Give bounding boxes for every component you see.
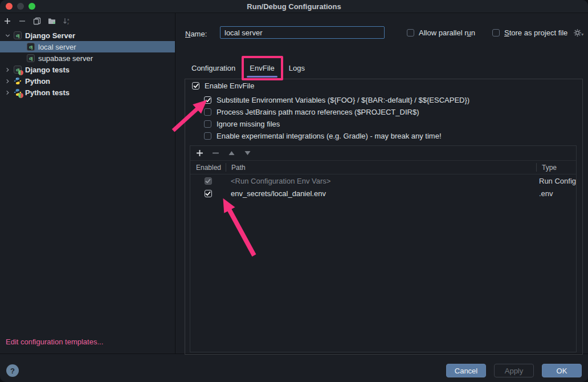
store-options-gear-icon[interactable]: ▾ [573,29,583,37]
window-controls [6,3,35,10]
ignore-missing-files-label: Ignore missing files [217,120,280,128]
checkbox-icon[interactable] [492,29,500,36]
checkbox-icon[interactable] [205,190,212,197]
configuration-editor: Name: Allow parallel run Store as projec… [175,13,588,353]
close-window-button[interactable] [6,3,13,10]
chevron-right-icon[interactable] [3,76,12,86]
name-label: Name: [185,30,207,38]
sidebar-item-python[interactable]: Python [0,75,175,87]
sidebar-item-supabase-server[interactable]: dj supabase server [0,52,175,64]
sidebar-item-python-tests[interactable]: Python tests [0,87,175,98]
configuration-tabs: Configuration EnvFile Logs [185,59,312,76]
table-row-env-secrets[interactable]: env_secrets/local_daniel.env .env [190,187,576,200]
sidebar-item-label: Django Server [25,31,75,40]
sidebar-item-django-tests[interactable]: dj Django tests [0,64,175,75]
title-bar: Run/Debug Configurations [0,0,588,13]
svg-text:z: z [67,22,69,25]
store-as-project-file-checkbox[interactable]: Store as project file ▾ [492,29,583,37]
chevron-down-icon[interactable] [3,31,12,40]
dialog-body: a z dj Django Server [0,13,588,354]
env-file-type: Run Config [536,177,576,185]
checkbox-icon [205,177,212,185]
gear-dropdown-arrow-icon: ▾ [581,32,583,37]
move-up-icon[interactable] [227,149,236,158]
python-tests-icon [14,88,22,96]
configurations-sidebar: a z dj Django Server [0,13,175,353]
allow-parallel-run-checkbox[interactable]: Allow parallel run [407,29,475,37]
copy-configuration-icon[interactable] [32,17,42,26]
cancel-button[interactable]: Cancel [446,364,486,377]
sidebar-item-label: Django tests [25,66,70,74]
name-input[interactable] [220,26,385,39]
sidebar-item-label: local server [38,43,76,51]
minimize-window-button[interactable] [17,3,24,10]
window-title: Run/Debug Configurations [247,2,341,11]
column-header-enabled: Enabled [190,163,226,172]
checkbox-icon[interactable] [204,108,211,116]
sidebar-item-local-server[interactable]: dj local server [0,41,175,52]
new-folder-icon[interactable] [47,17,56,26]
sidebar-item-label: Python tests [25,88,70,97]
python-icon [14,77,22,85]
django-tests-icon: dj [14,66,22,74]
django-icon: dj [14,31,22,39]
add-env-file-icon[interactable] [195,149,204,158]
sidebar-item-django-server[interactable]: dj Django Server [0,30,175,41]
process-path-macros-checkbox[interactable]: Process JetBrains path macro references … [204,107,419,117]
sidebar-item-label: supabase server [38,54,93,63]
envfile-tab-panel: Enable EnvFile Substitute Environment Va… [185,79,583,355]
checkbox-icon[interactable] [204,96,211,104]
help-button[interactable]: ? [6,364,19,377]
column-header-type: Type [536,163,576,172]
apply-button[interactable]: Apply [494,364,534,377]
add-configuration-icon[interactable] [3,17,12,26]
checkbox-icon[interactable] [204,120,211,128]
tab-logs[interactable]: Logs [281,62,312,74]
django-icon: dj [27,43,35,51]
remove-env-file-icon[interactable] [211,149,220,158]
dialog-footer: ? Cancel Apply OK [0,355,588,382]
checkbox-icon[interactable] [407,29,414,36]
ignore-missing-files-checkbox[interactable]: Ignore missing files [204,119,280,129]
column-header-path: Path [226,163,536,172]
process-path-macros-label: Process JetBrains path macro references … [217,108,419,116]
move-down-icon[interactable] [243,149,252,158]
experimental-integrations-checkbox[interactable]: Enable experimental integrations (e.g. G… [204,131,442,141]
store-as-project-file-label: Store as project file [504,29,567,37]
zoom-window-button[interactable] [28,3,35,10]
env-files-table-toolbar [190,146,576,161]
remove-configuration-icon[interactable] [18,17,27,26]
tab-envfile[interactable]: EnvFile [242,62,281,74]
configurations-tree: dj Django Server dj local server dj s [0,29,175,338]
enable-envfile-checkbox[interactable]: Enable EnvFile [192,80,254,91]
env-file-path: <Run Configuration Env Vars> [226,177,536,185]
allow-parallel-run-label: Allow parallel run [419,29,475,37]
chevron-right-icon[interactable] [3,88,12,97]
table-row-run-config-env-vars[interactable]: <Run Configuration Env Vars> Run Config [190,174,576,187]
edit-configuration-templates-link[interactable]: Edit configuration templates... [0,338,175,353]
env-files-table: Enabled Path Type <Run Configuration Env… [190,145,577,352]
substitute-env-vars-checkbox[interactable]: Substitute Environment Variables (${FOO}… [204,95,469,105]
svg-text:a: a [67,18,70,21]
sidebar-toolbar: a z [0,13,175,29]
env-files-table-header: Enabled Path Type [190,161,576,174]
ok-button[interactable]: OK [542,364,582,377]
checkbox-icon[interactable] [204,132,211,140]
env-file-path: env_secrets/local_daniel.env [226,189,536,198]
env-file-type: .env [536,189,576,198]
substitute-env-vars-label: Substitute Environment Variables (${FOO}… [217,96,469,104]
tab-configuration[interactable]: Configuration [185,62,242,74]
run-debug-configurations-dialog: Run/Debug Configurations [0,0,588,382]
django-icon: dj [27,54,35,62]
sort-configurations-icon[interactable]: a z [62,17,71,26]
checkbox-icon[interactable] [192,82,199,90]
enable-envfile-label: Enable EnvFile [205,82,254,90]
chevron-right-icon[interactable] [3,65,12,74]
sidebar-item-label: Python [25,77,50,86]
experimental-integrations-label: Enable experimental integrations (e.g. G… [217,132,442,140]
